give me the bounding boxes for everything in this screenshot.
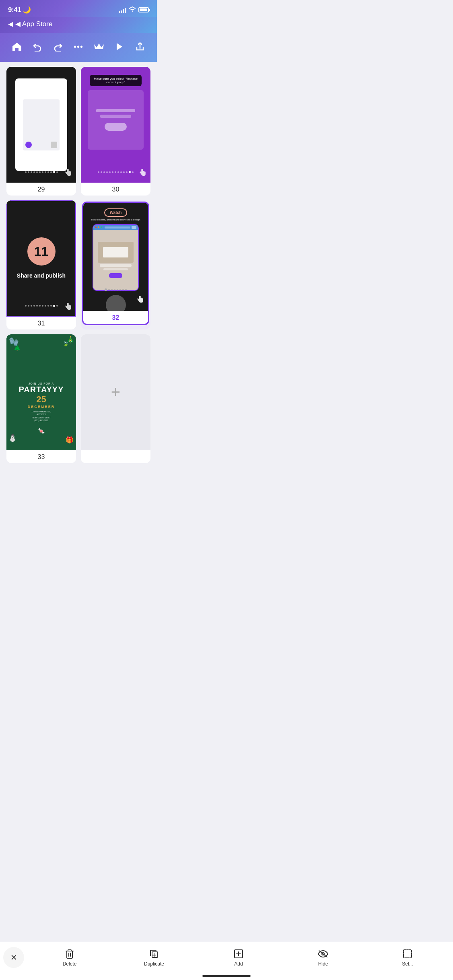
watch-label: Watch (104, 208, 128, 217)
crown-button[interactable] (90, 38, 108, 56)
app-store-label: ◀ App Store (15, 20, 52, 28)
slide-card-31[interactable]: 11 Share and publish (6, 200, 76, 329)
slide-preview-33: 🧤 🎄 🌲 🍃 ⛄ 🎁 🍬 JOIN US FOR A PARTAYYY 25 … (6, 334, 76, 450)
slide-number-add (81, 450, 150, 456)
gift-icon: 🎁 (66, 436, 74, 444)
status-bar: 9:41 🌙 (0, 0, 157, 17)
candy-icon: 🍬 (38, 428, 45, 434)
back-arrow-icon: ◀ (8, 20, 13, 28)
holly-icon: 🍃 (63, 341, 69, 346)
join-text: JOIN US FOR A (29, 382, 54, 385)
slide-preview-32: Watch How to share, present and download… (83, 203, 148, 311)
hand-icon-30 (139, 169, 146, 177)
hand-icon-32 (137, 296, 144, 305)
slide-number-32: 32 (83, 311, 148, 324)
slide-card-32[interactable]: Watch How to share, present and download… (82, 202, 149, 325)
slide-selected-wrapper-32: Watch How to share, present and download… (81, 200, 150, 329)
slide-card-29[interactable]: 29 (6, 67, 76, 196)
add-plus-icon: + (111, 383, 120, 401)
slide-number-31: 31 (6, 317, 76, 329)
hand-icon-29 (65, 169, 72, 177)
slides-grid: 29 Make sure you select 'Replace current… (0, 62, 157, 468)
svg-marker-0 (117, 43, 122, 50)
watch-subtitle: How to share, present and download a des… (91, 218, 140, 221)
date-number: 25 (36, 394, 46, 405)
bottom-spacer (0, 468, 157, 516)
slide-preview-31: 11 Share and publish (6, 200, 76, 316)
slide-card-add[interactable]: + (81, 334, 150, 463)
battery-icon (138, 7, 149, 12)
slide-30-tooltip: Make sure you select 'Replace current pa… (90, 75, 142, 86)
dots-nav-32 (83, 288, 148, 291)
wifi-icon (129, 6, 136, 13)
slide-31-number: 11 (34, 244, 49, 259)
play-button[interactable] (111, 38, 128, 56)
time-display: 9:41 (8, 6, 21, 14)
hand-icon-31 (65, 303, 72, 311)
moon-icon: 🌙 (23, 6, 31, 14)
share-button[interactable] (131, 38, 149, 56)
status-left: 9:41 🌙 (8, 6, 31, 14)
redo-button[interactable] (49, 38, 67, 56)
big-circle-32 (106, 295, 126, 311)
slide-preview-30: Make sure you select 'Replace current pa… (81, 67, 150, 183)
more-button[interactable]: ••• (70, 38, 87, 56)
month-text: DECEMBER (28, 405, 55, 409)
slide-number-33: 33 (6, 450, 76, 463)
main-toolbar: ••• (0, 33, 157, 62)
slide-number-29: 29 (6, 183, 76, 196)
slide-card-33[interactable]: 🧤 🎄 🌲 🍃 ⛄ 🎁 🍬 JOIN US FOR A PARTAYYY 25 … (6, 334, 76, 463)
snowman-icon: ⛄ (8, 433, 17, 442)
app-store-bar[interactable]: ◀ ◀ App Store (0, 17, 157, 33)
status-time: 9:41 🌙 (8, 6, 31, 14)
party-text: PARTAYYY (19, 385, 64, 394)
pine-icon: 🌲 (14, 345, 21, 351)
home-button[interactable] (8, 38, 26, 56)
slide-preview-29 (6, 67, 76, 183)
undo-button[interactable] (29, 38, 46, 56)
slide-card-30[interactable]: Make sure you select 'Replace current pa… (81, 67, 150, 196)
slide-31-text: Share and publish (17, 272, 66, 279)
address-text: 123 ANYWHERE ST., ANY CITY RSVP JENNIFER… (31, 410, 51, 422)
signal-icon (119, 7, 126, 13)
slide-number-30: 30 (81, 183, 150, 196)
status-right (119, 6, 149, 13)
slide-preview-add: + (81, 334, 150, 450)
